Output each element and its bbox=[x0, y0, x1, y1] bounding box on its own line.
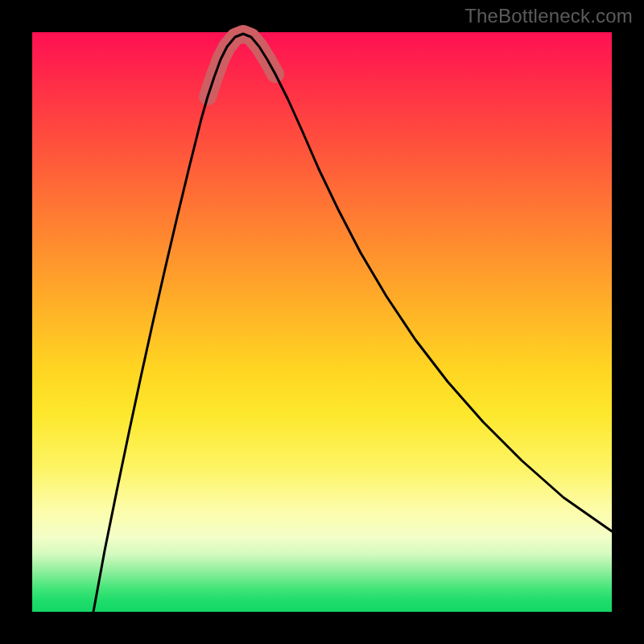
plot-area bbox=[32, 32, 612, 612]
curve-layer bbox=[32, 32, 612, 612]
watermark-text: TheBottleneck.com bbox=[464, 5, 633, 27]
main-curve bbox=[93, 34, 612, 612]
chart-frame: TheBottleneck.com bbox=[0, 0, 644, 644]
